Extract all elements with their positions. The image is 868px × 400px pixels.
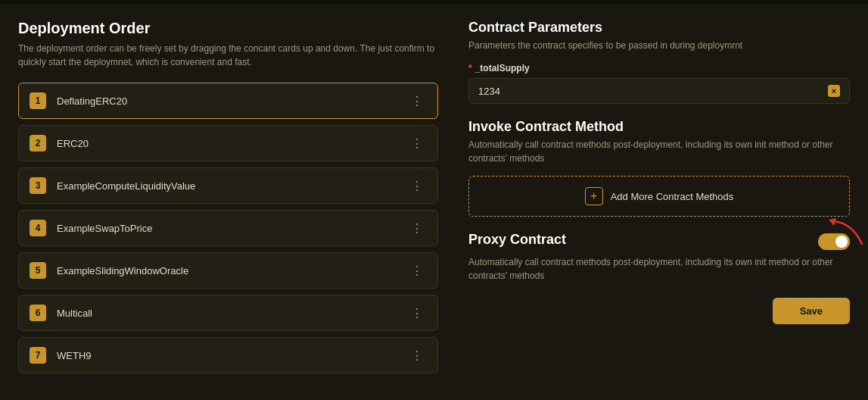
item-number: 1	[30, 92, 46, 109]
add-methods-button[interactable]: + Add More Contract Methods	[468, 176, 850, 217]
item-menu-dots[interactable]: ⋮	[408, 221, 427, 236]
proxy-contract-header: Proxy Contract	[468, 232, 850, 251]
contract-parameters-section: Contract Parameters Parameters the contr…	[468, 20, 850, 104]
proxy-contract-title: Proxy Contract	[468, 232, 566, 248]
contract-item[interactable]: 7WETH9⋮	[18, 337, 438, 373]
add-methods-label: Add More Contract Methods	[611, 191, 734, 202]
item-number: 4	[30, 220, 46, 236]
add-methods-icon: +	[585, 187, 603, 205]
contract-parameters-title: Contract Parameters	[468, 20, 850, 36]
contract-parameters-desc: Parameters the contract specifies to be …	[468, 39, 850, 52]
item-menu-dots[interactable]: ⋮	[408, 94, 427, 108]
contract-item[interactable]: 5ExampleSlidingWindowOracle⋮	[18, 252, 438, 289]
red-arrow-indicator	[826, 215, 863, 245]
item-menu-dots[interactable]: ⋮	[408, 136, 427, 151]
item-menu-dots[interactable]: ⋮	[408, 179, 427, 193]
left-panel: Deployment Order The deployment order ca…	[18, 20, 438, 385]
contract-item[interactable]: 4ExampleSwapToPrice⋮	[18, 210, 438, 246]
required-star: *	[468, 63, 472, 73]
invoke-contract-section: Invoke Contract Method Automatically cal…	[468, 119, 850, 217]
item-number: 7	[30, 347, 46, 364]
proxy-contract-section: Proxy Contract Automatically call contra…	[468, 232, 850, 283]
item-menu-dots[interactable]: ⋮	[408, 264, 427, 278]
total-supply-value[interactable]: 1234	[478, 86, 828, 97]
save-button[interactable]: Save	[773, 298, 850, 324]
contract-item[interactable]: 3ExampleComputeLiquidityValue⋮	[18, 167, 438, 204]
total-supply-input-wrapper: 1234 ×	[468, 78, 850, 104]
svg-marker-0	[829, 218, 836, 226]
clear-input-button[interactable]: ×	[828, 85, 840, 97]
contract-item[interactable]: 1DeflatingERC20⋮	[18, 83, 438, 119]
contract-item[interactable]: 6Multicall⋮	[18, 295, 438, 331]
total-supply-label: * _totalSupply	[468, 63, 850, 73]
item-name: ExampleComputeLiquidityValue	[57, 180, 408, 192]
item-name: ExampleSlidingWindowOracle	[57, 265, 408, 277]
item-menu-dots[interactable]: ⋮	[408, 348, 427, 363]
item-name: ExampleSwapToPrice	[57, 223, 408, 234]
invoke-contract-desc: Automatically call contract methods post…	[468, 138, 850, 165]
contract-list: 1DeflatingERC20⋮2ERC20⋮3ExampleComputeLi…	[18, 83, 438, 373]
item-name: DeflatingERC20	[57, 95, 408, 107]
item-name: ERC20	[57, 138, 408, 149]
item-name: WETH9	[57, 350, 408, 361]
contract-item[interactable]: 2ERC20⋮	[18, 125, 438, 161]
deployment-order-title: Deployment Order	[18, 20, 438, 37]
item-number: 6	[30, 305, 46, 321]
item-number: 2	[30, 135, 46, 152]
invoke-contract-title: Invoke Contract Method	[468, 119, 850, 135]
proxy-toggle-area	[818, 233, 850, 250]
item-number: 3	[30, 177, 46, 194]
item-number: 5	[30, 262, 46, 279]
item-name: Multicall	[57, 308, 408, 319]
right-panel: Contract Parameters Parameters the contr…	[468, 20, 850, 385]
proxy-contract-desc: Automatically call contract methods post…	[468, 255, 850, 283]
deployment-order-desc: The deployment order can be freely set b…	[18, 42, 438, 69]
item-menu-dots[interactable]: ⋮	[408, 306, 427, 320]
